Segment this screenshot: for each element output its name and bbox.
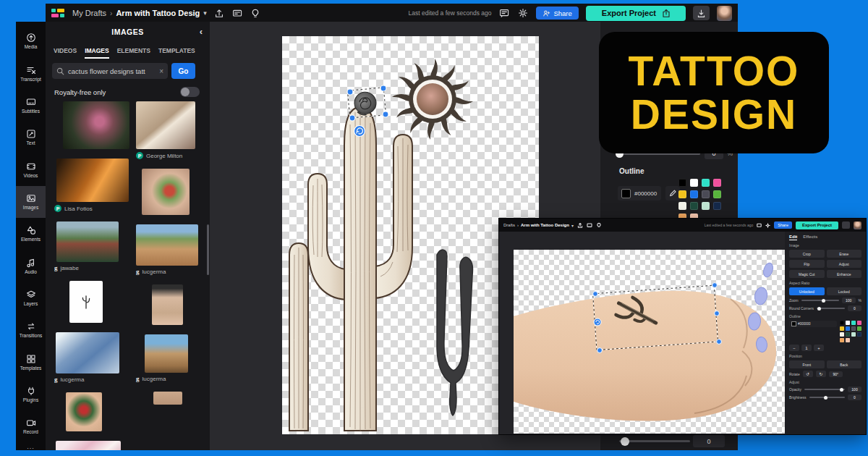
palette-swatch[interactable]	[702, 202, 710, 210]
palette-swatch[interactable]	[840, 326, 844, 331]
inset-brightness-knob[interactable]	[824, 396, 827, 400]
thumbnail-white-tattoo-design[interactable]	[69, 281, 103, 323]
attribution[interactable]: glucgerma	[136, 376, 206, 382]
palette-swatch[interactable]	[678, 190, 686, 198]
gear-icon[interactable]	[517, 7, 529, 19]
attribution[interactable]: glucgerma	[136, 269, 206, 275]
inset-opacity-knob[interactable]	[840, 388, 843, 392]
palette-swatch[interactable]	[713, 179, 721, 187]
inset-user-avatar[interactable]	[854, 221, 861, 229]
sidebar-item-text[interactable]: Text	[16, 122, 46, 153]
inset-upload-icon[interactable]	[577, 222, 583, 228]
palette-swatch[interactable]	[713, 190, 721, 198]
sidebar-item-templates[interactable]: Templates	[16, 346, 46, 378]
thumbnail-person-blue-shirt[interactable]	[56, 332, 119, 373]
palette-swatch[interactable]	[846, 338, 850, 342]
inset-brightness-value[interactable]: 0	[848, 394, 861, 400]
chevron-down-icon[interactable]: ▾	[203, 9, 207, 17]
palette-swatch[interactable]	[857, 326, 861, 331]
project-title[interactable]: Arm with Tattoo Desig	[116, 9, 200, 17]
inset-canvas[interactable]	[514, 250, 785, 434]
tab-images[interactable]: IMAGES	[85, 47, 109, 59]
palette-swatch[interactable]	[713, 202, 721, 210]
sidebar-item-transcript[interactable]: Transcript	[16, 57, 46, 89]
thumbnail-person-with-cacti[interactable]	[136, 224, 198, 266]
edit-color-button[interactable]	[665, 186, 680, 200]
tab-templates[interactable]: TEMPLATES	[158, 47, 195, 59]
inset-magic-cut-button[interactable]: Magic Cut	[789, 270, 825, 278]
palette-swatch[interactable]	[851, 321, 856, 325]
inset-outline-color-field[interactable]: #000000	[789, 321, 837, 327]
sidebar-item-images[interactable]: Images	[16, 186, 46, 218]
notes-icon[interactable]	[231, 7, 243, 19]
bottom-slider-track[interactable]	[619, 440, 690, 442]
inset-download-button[interactable]	[842, 221, 850, 229]
thumbnail-pink-hat-person[interactable]	[56, 441, 121, 450]
palette-swatch[interactable]	[840, 338, 844, 342]
palette-swatch[interactable]	[846, 332, 850, 337]
inset-zoom-slider[interactable]	[801, 300, 839, 301]
inset-back-button[interactable]: Back	[827, 360, 862, 368]
palette-swatch[interactable]	[840, 332, 844, 337]
palette-swatch[interactable]	[857, 321, 861, 325]
inset-adjust-button[interactable]: Adjust	[827, 260, 862, 268]
sidebar-item-media[interactable]: Media	[16, 25, 46, 57]
inset-unlocked-button[interactable]: Unlocked	[789, 287, 825, 295]
inset-enhance-button[interactable]: Enhance	[827, 270, 862, 278]
palette-swatch[interactable]	[690, 179, 698, 187]
sidebar-item-transitions[interactable]: Transitions	[16, 314, 46, 346]
inset-gear-icon[interactable]	[765, 223, 770, 228]
inset-locked-button[interactable]: Locked	[827, 287, 862, 295]
inset-opacity-slider[interactable]	[804, 389, 845, 390]
clear-search-icon[interactable]: ×	[159, 67, 163, 75]
breadcrumb-root[interactable]: My Drafts	[72, 9, 106, 17]
export-project-button[interactable]: Export Project	[586, 6, 686, 21]
attribution[interactable]: gjawabe	[54, 265, 129, 271]
inset-corners-knob[interactable]	[817, 307, 821, 311]
tab-videos[interactable]: VIDEOS	[54, 47, 77, 59]
inset-notes-icon[interactable]	[587, 222, 592, 228]
inset-outline-width[interactable]: 1	[801, 345, 812, 351]
inset-crop-button[interactable]: Crop	[789, 250, 825, 258]
results-scrollbar[interactable]	[207, 224, 209, 275]
outline-color-field[interactable]: #000000	[618, 186, 661, 200]
inset-tab-edit[interactable]: Edit	[789, 235, 797, 240]
thumbnail-cactus-landscape[interactable]	[56, 221, 119, 262]
inset-brightness-slider[interactable]	[809, 397, 845, 398]
sidebar-item-layers[interactable]: Layers	[16, 282, 46, 314]
inset-opacity-value[interactable]: 100	[848, 387, 861, 392]
inset-zoom-knob[interactable]	[822, 299, 825, 303]
thumbnail-colorful-leg-tattoo[interactable]	[66, 392, 102, 431]
user-avatar[interactable]	[717, 6, 732, 21]
inset-corners-value[interactable]: 0	[848, 305, 861, 311]
inset-rotate-value[interactable]: 90°	[829, 371, 843, 377]
attribution[interactable]: PGeorge Milton	[136, 152, 206, 159]
inset-corners-slider[interactable]	[817, 308, 845, 309]
palette-swatch[interactable]	[851, 332, 856, 337]
inset-breadcrumb-root[interactable]: Drafts	[503, 223, 515, 227]
thumbnail-cactus-tattoo-leg[interactable]	[63, 101, 129, 149]
inset-chevron-icon[interactable]: ▾	[571, 223, 574, 228]
palette-swatch[interactable]	[840, 321, 844, 325]
app-logo-icon[interactable]	[51, 9, 64, 17]
inset-project-title[interactable]: Arm with Tattoo Design	[521, 223, 569, 227]
inset-front-button[interactable]: Front	[789, 360, 825, 368]
palette-swatch[interactable]	[702, 179, 710, 187]
palette-swatch[interactable]	[857, 332, 861, 337]
sidebar-item-subtitles[interactable]: Subtitles	[16, 90, 46, 122]
thumbnail-hands-photos[interactable]	[136, 101, 195, 149]
sidebar-item-videos[interactable]: Videos	[16, 153, 46, 185]
sidebar-item-record[interactable]: Record	[16, 410, 46, 442]
inset-bulb-icon[interactable]	[596, 222, 602, 228]
search-go-button[interactable]: Go	[171, 63, 195, 79]
attribution[interactable]: PLisa Fotios	[54, 205, 129, 212]
inset-tab-effects[interactable]: Effects	[803, 235, 817, 240]
bottom-slider-value[interactable]: 0	[693, 435, 725, 447]
inset-erase-button[interactable]: Erase	[827, 250, 862, 258]
inset-flip-button[interactable]: Flip	[789, 260, 825, 268]
palette-swatch[interactable]	[846, 326, 850, 331]
bottom-slider-knob[interactable]	[621, 437, 629, 446]
bulb-icon[interactable]	[250, 7, 261, 19]
thumbnail-warm-book-photo[interactable]	[56, 159, 129, 202]
inset-comment-icon[interactable]	[757, 223, 762, 228]
